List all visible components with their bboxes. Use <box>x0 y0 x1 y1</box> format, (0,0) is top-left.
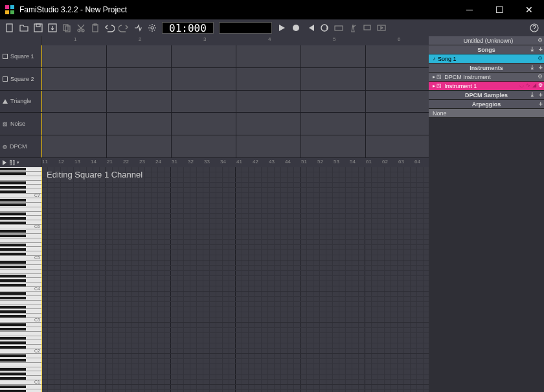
song-item[interactable]: ♪ Song 1 ⚙ <box>429 54 544 63</box>
octave-label: C7 <box>34 193 40 198</box>
channel-row: Triangle <box>0 91 429 113</box>
svg-rect-4 <box>6 24 12 32</box>
beat-number: 11 <box>42 159 48 165</box>
dpcm-samples-header: DPCM Samples ⤓ + <box>429 91 544 100</box>
music-note-icon: ♪ <box>433 56 435 62</box>
channel-name[interactable]: Square 1 <box>0 45 41 67</box>
sequencer-footer-corner[interactable]: ▾ <box>0 158 41 167</box>
record-button[interactable] <box>289 21 303 35</box>
pianoroll-timeline[interactable]: 1112131421222324313233344142434451525354… <box>41 158 429 167</box>
follow-button[interactable] <box>374 21 389 35</box>
channel-row: ▧Noise <box>0 113 429 135</box>
bar-number: 1 <box>74 36 76 42</box>
sequencer-timeline[interactable]: 1234567 <box>41 36 429 45</box>
add-dpcm-icon[interactable]: + <box>539 91 543 98</box>
save-file-button[interactable] <box>31 21 45 35</box>
channel-grid[interactable] <box>41 135 429 157</box>
beat-number: 32 <box>188 159 194 165</box>
square-icon: ▸ ◳ <box>433 74 442 80</box>
sequencer-corner <box>0 36 41 45</box>
svg-rect-2 <box>5 10 9 14</box>
svg-rect-18 <box>378 25 385 30</box>
paste-button[interactable] <box>88 21 102 35</box>
beat-number: 33 <box>204 159 210 165</box>
channel-name[interactable]: Square 2 <box>0 68 41 90</box>
beat-number: 54 <box>350 159 356 165</box>
redo-button[interactable] <box>117 21 131 35</box>
svg-rect-22 <box>10 160 11 163</box>
channel-name[interactable]: ◍DPCM <box>0 135 41 157</box>
help-button[interactable] <box>527 21 541 35</box>
transform-button[interactable] <box>131 21 145 35</box>
machine-button[interactable] <box>360 21 374 35</box>
add-instrument-icon[interactable]: + <box>539 63 543 71</box>
piano-roll: C7C6C5C4C3C2C1 Editing Square 1 Channel <box>0 167 429 392</box>
beat-number: 64 <box>414 159 420 165</box>
octave-label: C4 <box>34 286 40 291</box>
add-song-icon[interactable]: + <box>539 45 543 53</box>
maximize-button[interactable]: ☐ <box>484 0 514 19</box>
channel-name[interactable]: Triangle <box>0 91 41 113</box>
channel-grid[interactable] <box>41 113 429 135</box>
waveform-icon[interactable]: ∿ <box>526 82 530 88</box>
beat-number: 53 <box>334 159 339 165</box>
cut-button[interactable] <box>74 21 88 35</box>
copy-button[interactable] <box>60 21 74 35</box>
instrument-item-dpcm[interactable]: ▸ ◳ DPCM Instrument ⚙ <box>429 73 544 82</box>
gear-icon[interactable]: ⚙ <box>538 82 543 88</box>
channel-row: Square 1 <box>0 45 429 68</box>
play-button[interactable] <box>275 21 289 35</box>
gear-icon[interactable]: ⚙ <box>538 37 543 43</box>
beat-number: 52 <box>317 159 323 165</box>
svg-rect-5 <box>34 24 42 32</box>
svg-rect-12 <box>93 25 98 32</box>
svg-rect-0 <box>5 5 9 9</box>
volume-icon[interactable]: ◢ <box>532 82 536 88</box>
beat-number: 21 <box>107 159 113 165</box>
piano-keyboard[interactable]: C7C6C5C4C3C2C1 <box>0 167 41 392</box>
svg-rect-1 <box>10 5 14 9</box>
loop-button[interactable] <box>317 21 332 35</box>
channel-name[interactable]: ▧Noise <box>0 113 41 135</box>
rewind-button[interactable] <box>303 21 317 35</box>
import-dpcm-icon[interactable]: ⤓ <box>530 91 535 98</box>
sequencer: 1234567 Square 1Square 2Triangle▧Noise◍D… <box>0 36 429 167</box>
envelope-icon[interactable]: ◡ <box>519 82 524 88</box>
new-file-button[interactable] <box>3 21 17 35</box>
minimize-button[interactable]: ─ <box>455 0 484 19</box>
beat-number: 31 <box>172 159 177 165</box>
timecode-display[interactable]: 01:000 <box>162 22 214 34</box>
config-button[interactable] <box>145 21 159 35</box>
gear-icon[interactable]: ⚙ <box>538 73 543 80</box>
svg-rect-17 <box>364 25 370 30</box>
bar-number: 4 <box>268 36 271 42</box>
songs-header: Songs ⤓ + <box>429 45 544 54</box>
undo-button[interactable] <box>102 21 117 35</box>
export-button[interactable] <box>45 21 60 35</box>
channel-row: Square 2 <box>0 68 429 91</box>
toolbar: 01:000 <box>0 19 544 36</box>
note-grid[interactable]: Editing Square 1 Channel <box>41 167 429 392</box>
gear-icon[interactable]: ⚙ <box>538 55 543 62</box>
beat-number: 62 <box>382 159 388 165</box>
metronome-button[interactable] <box>346 21 360 35</box>
progress-bar[interactable] <box>219 22 272 34</box>
channel-grid[interactable] <box>41 45 429 67</box>
bar-number: 6 <box>398 36 400 42</box>
octave-label: C6 <box>34 224 40 229</box>
instrument-item[interactable]: ▸ ◳ Instrument 1 ◡ ∿ ◢ ⚙ <box>429 82 544 91</box>
channel-grid[interactable] <box>41 91 429 113</box>
import-songs-icon[interactable]: ⤓ <box>530 46 535 52</box>
close-button[interactable]: ✕ <box>514 0 544 19</box>
beat-number: 12 <box>58 159 64 165</box>
qwerty-button[interactable] <box>332 21 346 35</box>
channel-grid[interactable] <box>41 68 429 90</box>
import-instruments-icon[interactable]: ⤓ <box>530 64 535 71</box>
open-file-button[interactable] <box>17 21 31 35</box>
project-title-row[interactable]: Untitled (Unknown) ⚙ <box>429 36 544 45</box>
add-arpeggio-icon[interactable]: + <box>539 100 543 108</box>
bar-number: 3 <box>203 36 206 42</box>
arpeggio-none[interactable]: None <box>429 109 544 118</box>
beat-number: 44 <box>285 159 291 165</box>
editing-channel-label: Editing Square 1 Channel <box>47 170 142 179</box>
